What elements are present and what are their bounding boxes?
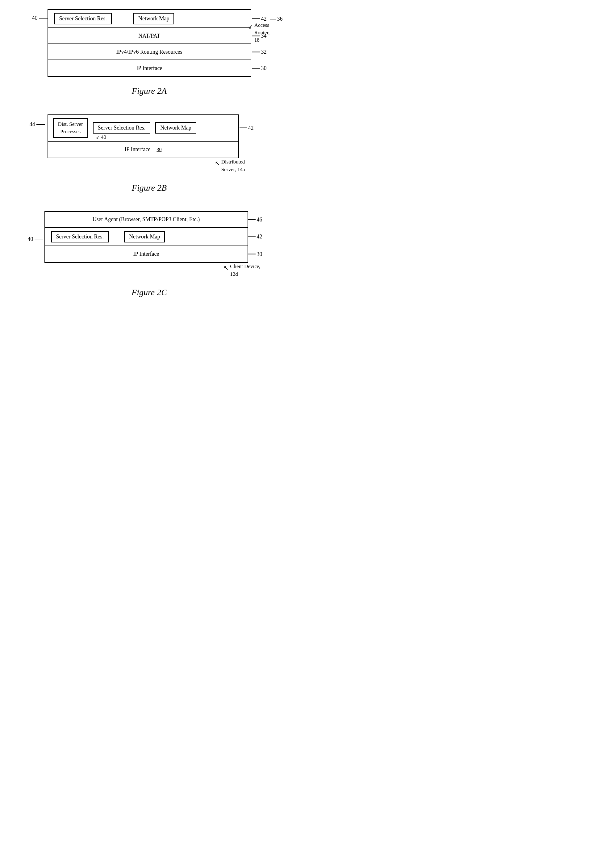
fig2a-row1: Server Selection Res. Network Map 42 — 3… <box>48 10 251 28</box>
network-map-box-2a: Network Map <box>134 13 174 24</box>
server-selection-res-box-2c: Server Selection Res. <box>51 231 108 243</box>
label-42-fig2b: 42 <box>239 124 254 131</box>
figure-2b: 44 Dist. Server Processes Server Selecti… <box>12 114 286 193</box>
label-30-fig2c: 30 <box>248 251 262 257</box>
dist-server-processes-box: Dist. Server Processes <box>53 118 88 138</box>
fig2c-outer-box: User Agent (Browser, SMTP/POP3 Client, E… <box>45 211 248 263</box>
fig2c-row1: User Agent (Browser, SMTP/POP3 Client, E… <box>45 212 248 228</box>
fig2c-caption: Figure 2C <box>132 287 167 297</box>
distributed-server-label: ↖ Distributed Server, 14a <box>215 158 245 174</box>
server-selection-res-box-2b: Server Selection Res. <box>93 122 150 133</box>
label-30-fig2a: 30 <box>252 65 267 71</box>
label-40-fig2a: 40 <box>32 15 48 21</box>
label-42-fig2a: 42 <box>252 15 267 22</box>
fig2c-row2: Server Selection Res. Network Map 42 <box>45 228 248 246</box>
client-device-label: ↖ Client Device, 12d <box>223 262 260 278</box>
label-42-fig2c: 42 <box>248 234 262 240</box>
label-46-fig2c: 46 <box>248 216 262 223</box>
label-40-fig2b: ↙ 40 <box>96 134 106 140</box>
access-router-label: ↙ Access Router, 18 <box>248 22 270 43</box>
label-32-fig2a: 32 <box>252 49 267 55</box>
fig2b-row2: IP Interface 30 <box>48 142 238 158</box>
label-40-fig2c: 40 <box>28 236 43 243</box>
fig2a-row3: IPv4/IPv6 Routing Resources 32 <box>48 44 251 60</box>
server-selection-res-box-2a: Server Selection Res. <box>54 13 112 24</box>
fig2b-outer-box: Dist. Server Processes Server Selection … <box>48 114 239 158</box>
figure-2a: 40 Server Selection Res. Network Map 42 <box>12 9 286 96</box>
label-44-fig2b: 44 <box>30 121 45 128</box>
network-map-box-2b: Network Map <box>155 122 196 133</box>
fig2a-caption: Figure 2A <box>132 86 167 96</box>
fig2a-row4: IP Interface 30 <box>48 60 251 76</box>
fig2b-row1: Dist. Server Processes Server Selection … <box>48 115 238 142</box>
fig2c-row3: IP Interface 30 <box>45 246 248 262</box>
figure-2c: 40 User Agent (Browser, SMTP/POP3 Client… <box>12 211 286 297</box>
label-36-fig2a: — 36 <box>268 15 283 22</box>
network-map-box-2c: Network Map <box>124 231 165 243</box>
fig2a-outer-box: Server Selection Res. Network Map 42 — 3… <box>48 9 251 77</box>
fig2b-caption: Figure 2B <box>132 183 167 193</box>
fig2a-row2: NAT/PAT 34 <box>48 28 251 44</box>
